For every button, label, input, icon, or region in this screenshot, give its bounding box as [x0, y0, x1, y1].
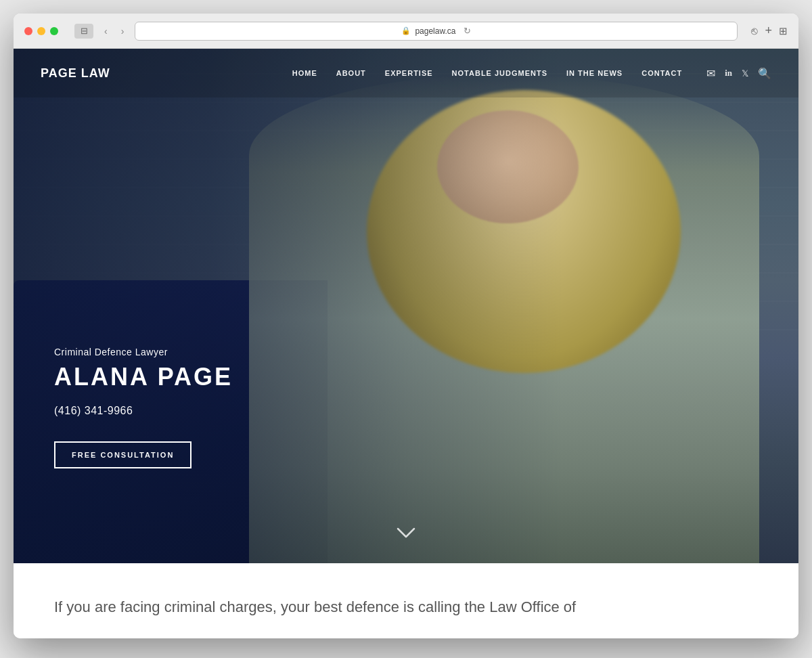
hero-phone: (416) 341-9966 [54, 405, 233, 417]
website: PAGE LAW HOME ABOUT EXPERTISE NOTABLE JU… [14, 49, 798, 638]
hero-subtitle: Criminal Defence Lawyer [54, 347, 233, 357]
forward-button[interactable]: › [118, 24, 127, 38]
search-icon[interactable]: 🔍 [758, 67, 771, 80]
browser-window: ⊟ ‹ › 🔒 pagelaw.ca ↻ ⎋ + ⊞ [14, 14, 798, 638]
site-logo[interactable]: PAGE LAW [41, 66, 110, 81]
below-fold-section: If you are facing criminal charges, your… [14, 563, 798, 638]
close-button[interactable] [24, 27, 32, 35]
twitter-icon[interactable]: 𝕏 [742, 68, 748, 79]
nav-in-the-news[interactable]: IN THE NEWS [566, 69, 623, 77]
nav-notable-judgments[interactable]: NOTABLE JUDGMENTS [452, 69, 547, 77]
minimize-button[interactable] [37, 27, 45, 35]
sidebar-toggle[interactable]: ⊟ [74, 24, 93, 39]
below-fold-text: If you are facing criminal charges, your… [54, 597, 758, 618]
tab-grid-button[interactable]: ⊞ [779, 25, 788, 37]
back-button[interactable]: ‹ [102, 24, 110, 38]
new-tab-button[interactable]: + [765, 24, 772, 38]
traffic-lights [24, 27, 58, 35]
hero-overlay [14, 49, 798, 563]
social-icons: ✉ in 𝕏 🔍 [706, 67, 771, 80]
linkedin-icon[interactable]: in [725, 68, 732, 79]
hero-name: ALANA PAGE [54, 363, 233, 391]
hero-section: PAGE LAW HOME ABOUT EXPERTISE NOTABLE JU… [14, 49, 798, 563]
cta-button[interactable]: FREE CONSULTATION [54, 441, 191, 468]
browser-chrome: ⊟ ‹ › 🔒 pagelaw.ca ↻ ⎋ + ⊞ [14, 14, 798, 49]
scroll-indicator[interactable] [397, 524, 415, 543]
url-text: pagelaw.ca [415, 26, 455, 36]
maximize-button[interactable] [50, 27, 58, 35]
email-icon[interactable]: ✉ [706, 67, 715, 80]
lock-icon: 🔒 [401, 26, 411, 35]
address-bar[interactable]: 🔒 pagelaw.ca ↻ [135, 22, 738, 41]
reload-icon[interactable]: ↻ [464, 26, 471, 36]
nav-contact[interactable]: CONTACT [641, 69, 682, 77]
site-header: PAGE LAW HOME ABOUT EXPERTISE NOTABLE JU… [14, 49, 798, 97]
main-nav: HOME ABOUT EXPERTISE NOTABLE JUDGMENTS I… [292, 67, 771, 80]
share-button[interactable]: ⎋ [751, 25, 758, 37]
nav-about[interactable]: ABOUT [336, 69, 366, 77]
hero-content: Criminal Defence Lawyer ALANA PAGE (416)… [54, 347, 233, 468]
nav-home[interactable]: HOME [292, 69, 317, 77]
nav-expertise[interactable]: EXPERTISE [385, 69, 433, 77]
browser-actions: ⎋ + ⊞ [751, 24, 788, 38]
